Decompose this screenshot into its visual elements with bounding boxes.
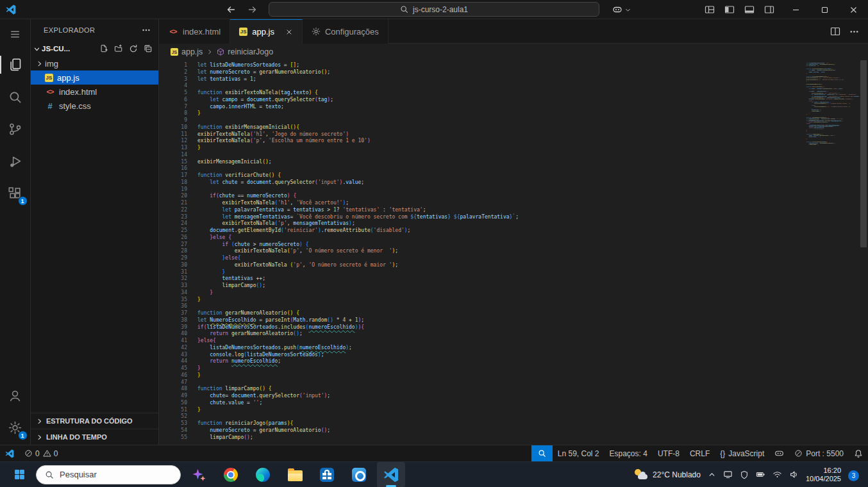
- window-controls: [781, 0, 868, 19]
- root-folder-row[interactable]: JS-CU...: [31, 41, 158, 56]
- file-explorer-taskbar-button[interactable]: [281, 462, 309, 487]
- notification-count-badge[interactable]: 3: [848, 470, 859, 481]
- more-actions-icon[interactable]: [849, 27, 859, 37]
- close-tab-icon[interactable]: [285, 28, 293, 36]
- code-lines[interactable]: 1let listaDeNumerosSorteados = [];2let n…: [159, 60, 868, 445]
- taskbar-search[interactable]: Pesquisar: [36, 465, 181, 484]
- status-bar: 0 0 Ln 59, Col 2 Espaços: 4 UTF-8 CRLF {…: [0, 445, 868, 461]
- code-line: 8}: [159, 110, 868, 117]
- security-shield-icon[interactable]: [740, 470, 749, 479]
- weather-widget[interactable]: 22°C Nublado: [634, 469, 701, 480]
- notifications-bell[interactable]: [849, 445, 868, 461]
- scrollbar-thumb[interactable]: [860, 60, 867, 247]
- copilot-menu-button[interactable]: [612, 3, 631, 17]
- live-server-port-status[interactable]: Port : 5500: [789, 445, 849, 461]
- code-line: 54 numeroSecreto = gerarNumeroAleatorio(…: [159, 427, 868, 434]
- split-editor-icon[interactable]: [830, 26, 840, 37]
- minimize-button[interactable]: [781, 0, 810, 19]
- magnifier-status-item[interactable]: [531, 445, 553, 461]
- taskbar-search-label: Pesquisar: [60, 470, 97, 479]
- explorer-sidebar: EXPLORADOR JS-CU... img: [31, 19, 159, 445]
- battery-icon[interactable]: [756, 470, 765, 479]
- editor-actions: [830, 19, 868, 44]
- edge-taskbar-button[interactable]: [249, 462, 277, 487]
- minimap[interactable]: let listaDeNumerosSorteados = [];let num…: [804, 62, 859, 445]
- code-line: 15exibirMensagemInicial();: [159, 159, 868, 166]
- monitor-icon[interactable]: [723, 470, 733, 479]
- volume-icon[interactable]: [789, 470, 799, 479]
- problems-status[interactable]: 0 0: [19, 445, 63, 461]
- hidden-icons-chevron[interactable]: [708, 470, 716, 479]
- account-button[interactable]: [0, 379, 31, 411]
- maximize-button[interactable]: [810, 0, 839, 19]
- chrome-taskbar-button[interactable]: [217, 462, 245, 487]
- new-folder-button[interactable]: [112, 42, 125, 55]
- taskbar-clock[interactable]: 16:20 10/04/2025: [806, 466, 841, 483]
- remote-indicator[interactable]: [0, 445, 19, 461]
- code-line: 22 let palavraTentativa = tentativas > 1…: [159, 207, 868, 214]
- extensions-badge: 1: [18, 196, 28, 206]
- toggle-primary-sidebar-icon[interactable]: [724, 4, 735, 15]
- close-button[interactable]: [839, 0, 868, 19]
- toggle-secondary-sidebar-icon[interactable]: [764, 4, 774, 15]
- tree-item-label: img: [45, 59, 58, 69]
- tree-item-stylecss[interactable]: # style.css: [31, 99, 158, 113]
- code-line: 6 let campo = document.querySelector(tag…: [159, 97, 868, 104]
- encoding-status[interactable]: UTF-8: [653, 445, 685, 461]
- settings-gear-button[interactable]: 1: [0, 411, 31, 443]
- back-button[interactable]: [223, 3, 238, 16]
- forward-button[interactable]: [245, 3, 260, 16]
- copilot-status[interactable]: [769, 445, 789, 461]
- wifi-icon[interactable]: [772, 470, 782, 479]
- outlook-taskbar-button[interactable]: [345, 462, 373, 487]
- command-center-search[interactable]: js-curso-2-aula1: [269, 2, 599, 17]
- source-control-view-button[interactable]: [0, 113, 31, 145]
- js-file-icon: JS: [171, 48, 178, 56]
- new-file-button[interactable]: [97, 42, 110, 55]
- tree-item-indexhtml[interactable]: <> index.html: [31, 85, 158, 99]
- tree-item-img[interactable]: img: [31, 56, 158, 70]
- language-label: JavaScript: [728, 449, 764, 458]
- eol-status[interactable]: CRLF: [685, 445, 715, 461]
- weather-label: 22°C Nublado: [653, 470, 701, 479]
- chevron-right-icon: [36, 60, 43, 67]
- explorer-more-actions-button[interactable]: [139, 23, 153, 37]
- language-status[interactable]: {} JavaScript: [715, 445, 769, 461]
- indentation-status[interactable]: Espaços: 4: [605, 445, 653, 461]
- tab-index-html[interactable]: <> index.html: [159, 19, 230, 44]
- cursor-position-status[interactable]: Ln 59, Col 2: [553, 445, 605, 461]
- breadcrumb-item-file[interactable]: JS app.js: [171, 47, 203, 56]
- code-line: 35}: [159, 297, 868, 304]
- extensions-view-button[interactable]: 1: [0, 177, 31, 209]
- code-line: 5function exibirTextoNaTela(tag,texto) {: [159, 90, 868, 97]
- code-editor[interactable]: 1let listaDeNumerosSorteados = [];2let n…: [159, 60, 868, 445]
- code-line: 45}: [159, 365, 868, 372]
- outline-section-header[interactable]: ESTRUTURA DO CÓDIGO: [31, 413, 158, 429]
- customize-layout-icon[interactable]: [705, 4, 715, 15]
- store-taskbar-button[interactable]: [313, 462, 341, 487]
- outlook-icon: [352, 468, 366, 482]
- refresh-button[interactable]: [127, 42, 140, 55]
- search-view-button[interactable]: [0, 81, 31, 113]
- breadcrumb-item-symbol[interactable]: reiniciarJogo: [217, 47, 273, 56]
- code-line: 29 }else{: [159, 255, 868, 262]
- copilot-icon: [612, 4, 622, 15]
- vscode-logo-icon: [6, 4, 16, 15]
- tree-item-appjs[interactable]: JS app.js: [31, 70, 158, 85]
- weather-icon: [634, 469, 647, 480]
- vertical-scrollbar[interactable]: [859, 60, 868, 445]
- run-debug-view-button[interactable]: [0, 145, 31, 177]
- tab-app-js[interactable]: JS app.js: [230, 19, 303, 44]
- menu-button[interactable]: [0, 19, 31, 49]
- vscode-taskbar-button[interactable]: [377, 462, 405, 487]
- toggle-panel-icon[interactable]: [744, 4, 755, 15]
- timeline-section-header[interactable]: LINHA DO TEMPO: [31, 429, 158, 445]
- start-button[interactable]: [6, 462, 32, 487]
- sidebar-title: EXPLORADOR: [44, 26, 95, 34]
- copilot-taskbar-button[interactable]: [185, 462, 213, 487]
- code-line: 53function reiniciarJogo(params){: [159, 420, 868, 427]
- tab-settings[interactable]: Configurações: [303, 19, 388, 44]
- explorer-view-button[interactable]: [0, 49, 31, 81]
- tab-label: app.js: [252, 27, 274, 37]
- collapse-folders-button[interactable]: [142, 42, 154, 55]
